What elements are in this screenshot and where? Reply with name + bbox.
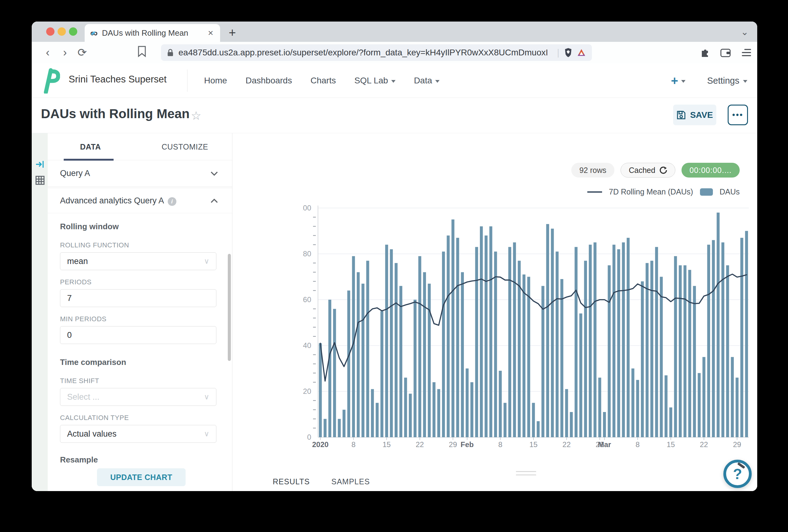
- dau-bar[interactable]: [485, 236, 488, 437]
- dau-bar[interactable]: [532, 403, 535, 437]
- dau-bar[interactable]: [437, 389, 440, 437]
- dau-bar[interactable]: [371, 389, 374, 437]
- dau-bar[interactable]: [342, 410, 346, 437]
- dau-bar[interactable]: [584, 261, 587, 437]
- dau-bar[interactable]: [395, 263, 398, 437]
- dau-bar[interactable]: [684, 265, 687, 437]
- tab-data[interactable]: DATA: [80, 133, 101, 160]
- dau-bar[interactable]: [456, 238, 459, 437]
- dau-bar[interactable]: [432, 382, 436, 437]
- preset-logo[interactable]: [40, 68, 60, 94]
- dau-bar[interactable]: [338, 419, 341, 437]
- dau-bar[interactable]: [333, 309, 336, 437]
- dau-bar[interactable]: [636, 380, 639, 437]
- dau-bar[interactable]: [674, 256, 677, 437]
- dau-bar[interactable]: [475, 247, 478, 437]
- dau-bar[interactable]: [452, 219, 455, 437]
- dau-bar[interactable]: [466, 369, 469, 437]
- dau-bar[interactable]: [347, 290, 350, 437]
- dau-bar[interactable]: [688, 270, 691, 437]
- nav-item-charts[interactable]: Charts: [311, 76, 336, 85]
- dau-bar[interactable]: [712, 240, 715, 437]
- legend-bar-swatch[interactable]: [700, 188, 713, 196]
- dau-bar[interactable]: [494, 252, 497, 437]
- dau-bar[interactable]: [716, 212, 720, 437]
- dau-bar[interactable]: [593, 243, 596, 437]
- legend-line-label[interactable]: 7D Rolling Mean (DAUs): [609, 187, 693, 196]
- dau-bar[interactable]: [409, 393, 412, 437]
- dau-bar[interactable]: [537, 421, 540, 437]
- dau-bar[interactable]: [745, 231, 748, 437]
- dau-bar[interactable]: [376, 403, 379, 437]
- dataset-grid-icon[interactable]: [35, 176, 45, 185]
- dau-bar[interactable]: [622, 243, 625, 437]
- periods-input[interactable]: [67, 293, 209, 303]
- dau-bar[interactable]: [608, 265, 611, 437]
- legend-bar-label[interactable]: DAUs: [720, 187, 740, 196]
- dau-bar[interactable]: [423, 272, 426, 437]
- dau-bar[interactable]: [508, 247, 511, 437]
- new-item-button[interactable]: +: [671, 74, 686, 88]
- refresh-icon[interactable]: [659, 166, 667, 174]
- browser-tab[interactable]: ∞ DAUs with Rolling Mean ×: [85, 24, 220, 42]
- legend-line-swatch[interactable]: [587, 191, 602, 192]
- dau-bar[interactable]: [598, 377, 602, 437]
- dau-bar[interactable]: [428, 284, 431, 437]
- panel-scrollbar[interactable]: [228, 254, 231, 361]
- tab-customize[interactable]: CUSTOMIZE: [162, 133, 208, 160]
- dau-bar[interactable]: [470, 382, 473, 437]
- dau-bar-chart[interactable]: 02040608010020208152229Feb8152229Mar8152…: [302, 203, 753, 459]
- dau-bar[interactable]: [731, 357, 734, 437]
- dau-bar[interactable]: [736, 377, 739, 437]
- dau-bar[interactable]: [698, 373, 701, 437]
- dau-bar[interactable]: [740, 238, 743, 437]
- calculation-type-select[interactable]: Actual values ∨: [60, 425, 216, 443]
- brave-shield-icon[interactable]: [564, 47, 572, 58]
- rolling-mean-line[interactable]: [320, 274, 747, 381]
- dau-bar[interactable]: [693, 286, 696, 437]
- dau-bar[interactable]: [357, 272, 360, 437]
- dau-bar[interactable]: [385, 245, 388, 437]
- dau-bar[interactable]: [665, 375, 668, 437]
- dau-bar[interactable]: [546, 224, 549, 437]
- dau-bar[interactable]: [641, 281, 644, 437]
- tab-close-icon[interactable]: ×: [206, 28, 215, 38]
- dau-bar[interactable]: [527, 277, 530, 437]
- dau-bar[interactable]: [655, 247, 658, 437]
- dau-bar[interactable]: [556, 252, 559, 437]
- help-button[interactable]: ?: [723, 460, 752, 488]
- dau-bar[interactable]: [669, 407, 672, 437]
- reload-button[interactable]: ⟳: [74, 46, 91, 59]
- tab-search-chevron-icon[interactable]: ⌄: [741, 26, 749, 37]
- dau-bar[interactable]: [380, 311, 383, 437]
- dau-bar[interactable]: [366, 261, 369, 437]
- forward-button[interactable]: ›: [56, 46, 74, 59]
- dau-bar[interactable]: [707, 245, 710, 437]
- nav-item-data[interactable]: Data: [414, 76, 439, 85]
- nav-item-dashboards[interactable]: Dashboards: [245, 76, 292, 85]
- dau-bar[interactable]: [650, 261, 653, 437]
- dau-bar[interactable]: [499, 371, 502, 437]
- dau-bar[interactable]: [579, 313, 583, 437]
- dau-bar[interactable]: [442, 252, 445, 437]
- workspace-name[interactable]: Srini Teaches Superset: [68, 74, 166, 85]
- window-zoom-button[interactable]: [69, 27, 77, 36]
- dau-bar[interactable]: [603, 412, 606, 437]
- dau-bar[interactable]: [461, 272, 464, 437]
- dau-bar[interactable]: [523, 274, 526, 437]
- dau-bar[interactable]: [480, 226, 483, 437]
- dau-bar[interactable]: [617, 249, 620, 437]
- dau-bar[interactable]: [627, 238, 630, 437]
- dau-bar[interactable]: [726, 265, 729, 437]
- favorite-star-icon[interactable]: ☆: [191, 109, 201, 122]
- dau-bar[interactable]: [329, 300, 332, 437]
- extensions-puzzle-icon[interactable]: [700, 48, 710, 58]
- cached-badge[interactable]: Cached: [620, 163, 675, 178]
- dau-bar[interactable]: [660, 277, 663, 437]
- dau-bar[interactable]: [390, 249, 393, 437]
- time-shift-select[interactable]: Select ... ∨: [60, 388, 216, 406]
- dau-bar[interactable]: [489, 226, 492, 437]
- dau-bar[interactable]: [679, 265, 682, 437]
- dau-bar[interactable]: [404, 377, 407, 437]
- url-bar[interactable]: ea4875dd.us2a.app.preset.io/superset/exp…: [161, 44, 592, 61]
